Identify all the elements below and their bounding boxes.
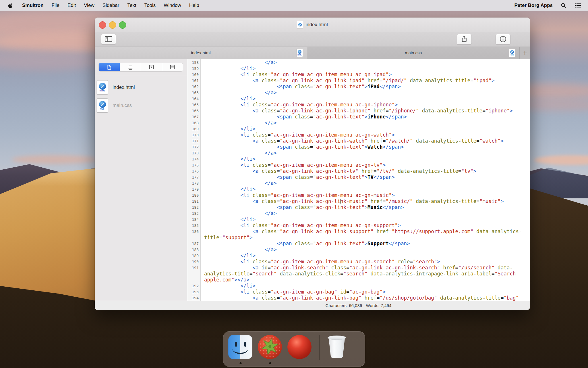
code-line[interactable]: 163 </a> xyxy=(187,90,530,96)
code-line[interactable]: 167 <span class="ac-gn-link-text">iPhone… xyxy=(187,114,530,120)
code-line[interactable]: 161 <a class="ac-gn-link ac-gn-link-ipad… xyxy=(187,78,530,84)
code-line[interactable]: 178 </a> xyxy=(187,180,530,186)
dock-trash-icon[interactable] xyxy=(324,335,349,360)
line-number: 160 xyxy=(187,72,200,78)
sidebar-toggle-button[interactable] xyxy=(101,34,116,45)
code-line[interactable]: 165 <li class="ac-gn-item ac-gn-item-men… xyxy=(187,102,530,108)
menu-item-file[interactable]: File xyxy=(48,3,63,8)
code-line[interactable]: 184 </li> xyxy=(187,216,530,223)
code-line[interactable]: 168 </a> xyxy=(187,120,530,126)
code-area[interactable]: 158 </a>159 </li>160 <li class="ac-gn-it… xyxy=(187,59,530,301)
trash-icon xyxy=(328,336,346,359)
code-line[interactable]: 174 </li> xyxy=(187,156,530,162)
line-number: 187 xyxy=(187,241,200,247)
status-text: Characters: 66,036 · Words: 7,494 xyxy=(187,303,530,308)
menu-status-text[interactable]: Peter Borg Apps xyxy=(510,3,557,8)
desktop: Smultron FileEditViewSidebarTextToolsWin… xyxy=(0,0,588,368)
code-line[interactable]: 181 <a class="ac-gn-link ac-gn-link-musi… xyxy=(187,198,530,204)
code-line[interactable]: 177 <span class="ac-gn-link-text">TV</sp… xyxy=(187,174,530,180)
menu-item-help[interactable]: Help xyxy=(185,3,203,8)
menu-item-view[interactable]: View xyxy=(80,3,98,8)
apple-menu[interactable] xyxy=(0,3,18,8)
code-line[interactable]: 166 <a class="ac-gn-link ac-gn-link-ipho… xyxy=(187,108,530,114)
code-line[interactable]: 180 <li class="ac-gn-item ac-gn-item-men… xyxy=(187,192,530,198)
zoom-button[interactable] xyxy=(119,21,126,29)
dock xyxy=(223,331,365,367)
code-line[interactable]: 185 <li class="ac-gn-item ac-gn-item-men… xyxy=(187,223,530,229)
code-line[interactable]: 176 <a class="ac-gn-link ac-gn-link-tv" … xyxy=(187,168,530,174)
title-bar[interactable]: index.html xyxy=(95,18,530,32)
share-button[interactable] xyxy=(457,34,472,45)
code-line[interactable]: 186 <a class="ac-gn-link ac-gn-link-supp… xyxy=(187,229,530,235)
line-number: 184 xyxy=(187,216,200,223)
code-line[interactable]: 179 </li> xyxy=(187,186,530,192)
code-line[interactable]: 175 <li class="ac-gn-item ac-gn-item-men… xyxy=(187,162,530,168)
menu-item-sidebar[interactable]: Sidebar xyxy=(98,3,123,8)
html-file-icon: HTML xyxy=(296,49,303,57)
code-line[interactable]: 194 <a class="ac-gn-link ac-gn-link-bag"… xyxy=(187,295,530,301)
code-line[interactable]: 169 </li> xyxy=(187,126,530,132)
menu-item-tools[interactable]: Tools xyxy=(140,3,160,8)
segment-documents[interactable] xyxy=(99,63,120,71)
info-icon xyxy=(499,35,507,43)
line-number: 167 xyxy=(187,114,200,120)
document-proxy-icon[interactable] xyxy=(297,21,303,28)
dock-finder-icon[interactable] xyxy=(228,335,253,360)
code-line[interactable]: 190 <li class="ac-gn-item ac-gn-item-men… xyxy=(187,259,530,265)
smultron-window: index.html xyxy=(95,18,530,310)
line-number: 176 xyxy=(187,168,200,174)
segment-snippets[interactable] xyxy=(162,63,183,71)
minimize-button[interactable] xyxy=(109,21,116,29)
menu-app-name[interactable]: Smultron xyxy=(18,3,48,8)
segment-run-command[interactable] xyxy=(141,63,162,71)
dock-smultron-icon[interactable] xyxy=(258,335,283,360)
list-menu-icon[interactable] xyxy=(570,3,588,8)
code-editor[interactable]: 158 </a>159 </li>160 <li class="ac-gn-it… xyxy=(187,59,530,301)
code-line[interactable]: 173 </a> xyxy=(187,150,530,156)
code-line[interactable]: 172 <span class="ac-gn-link-text">Watch<… xyxy=(187,144,530,150)
menu-bar: Smultron FileEditViewSidebarTextToolsWin… xyxy=(0,0,588,11)
close-button[interactable] xyxy=(99,21,106,29)
line-number: 179 xyxy=(187,186,200,192)
spotlight-search-icon[interactable] xyxy=(557,2,570,9)
menu-item-edit[interactable]: Edit xyxy=(63,3,80,8)
code-line[interactable]: 182 <span class="ac-gn-link-text">Music<… xyxy=(187,204,530,210)
code-line[interactable]: 191 <a id="ac-gn-link-search" class="ac-… xyxy=(187,265,530,271)
line-number: 170 xyxy=(187,132,200,138)
code-line[interactable]: 160 <li class="ac-gn-item ac-gn-item-men… xyxy=(187,72,530,78)
file-name: index.html xyxy=(113,85,135,90)
css-file-icon: CSS xyxy=(97,98,108,112)
menu-item-window[interactable]: Window xyxy=(160,3,185,8)
code-line[interactable]: 187 <span class="ac-gn-link-text">Suppor… xyxy=(187,241,530,247)
new-tab-button[interactable]: + xyxy=(519,47,530,59)
code-line[interactable]: 162 <span class="ac-gn-link-text">iPad</… xyxy=(187,84,530,90)
code-line[interactable]: title="support"> xyxy=(187,235,530,241)
code-line[interactable]: 189 </li> xyxy=(187,253,530,259)
file-row-index-html[interactable]: HTML index.html xyxy=(95,78,187,96)
line-number: 191 xyxy=(187,265,200,271)
info-button[interactable] xyxy=(496,34,510,45)
file-row-main-css[interactable]: CSS main.css xyxy=(95,96,187,114)
tab-index-html[interactable]: index.html HTML xyxy=(95,47,307,59)
segment-text-lines[interactable] xyxy=(120,63,141,71)
code-line[interactable]: 183 </a> xyxy=(187,210,530,216)
code-line[interactable]: 170 <li class="ac-gn-item ac-gn-item-men… xyxy=(187,132,530,138)
line-number: 163 xyxy=(187,90,200,96)
code-line[interactable]: analytics-title="search" data-analytics-… xyxy=(187,271,530,277)
code-line[interactable]: 164 </li> xyxy=(187,96,530,102)
sidebar-toggle-icon xyxy=(104,36,113,43)
line-number: 173 xyxy=(187,150,200,156)
dock-red-sphere-app-icon[interactable] xyxy=(287,335,312,360)
sidebar-segmented-control xyxy=(98,63,183,72)
tab-main-css[interactable]: main.css CSS xyxy=(307,47,519,59)
code-line[interactable]: 171 <a class="ac-gn-link ac-gn-link-watc… xyxy=(187,138,530,144)
code-line[interactable]: 192 </li> xyxy=(187,283,530,289)
menu-item-text[interactable]: Text xyxy=(123,3,140,8)
code-line[interactable]: 159 </li> xyxy=(187,66,530,72)
code-line[interactable]: 188 </a> xyxy=(187,247,530,253)
code-line[interactable]: 158 </a> xyxy=(187,60,530,66)
code-line[interactable]: apple.com"></a> xyxy=(187,277,530,283)
share-icon xyxy=(461,35,468,43)
code-line[interactable]: 193 <li class="ac-gn-item ac-gn-bag" id=… xyxy=(187,289,530,295)
line-number: 159 xyxy=(187,66,200,72)
